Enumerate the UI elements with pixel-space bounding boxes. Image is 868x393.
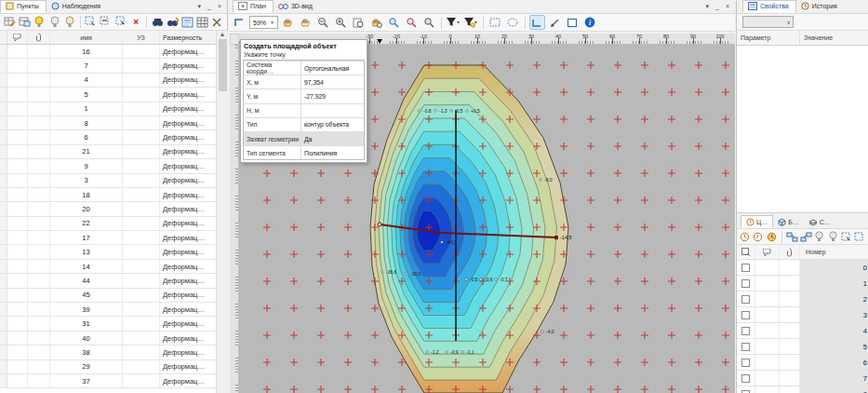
tab-plan[interactable]: План <box>233 0 274 13</box>
dialog-field-row[interactable]: X, м97,354 <box>244 75 364 88</box>
snap-corner-icon[interactable] <box>529 15 545 30</box>
table-row[interactable]: 4Деформац… <box>0 74 216 88</box>
row-checkbox[interactable] <box>741 264 750 272</box>
table-row[interactable]: 13Деформац… <box>0 245 216 259</box>
row-checkbox[interactable] <box>741 390 750 393</box>
marquee-rect-icon[interactable] <box>487 15 503 30</box>
edit-table-icon[interactable] <box>3 15 16 30</box>
panel-close-button[interactable]: × <box>218 3 221 10</box>
dialog-field-row[interactable]: Тип сегментаПолилиния <box>244 145 364 159</box>
table-row[interactable]: 29Деформац… <box>0 360 216 374</box>
row-checkbox[interactable] <box>741 359 750 367</box>
field-value[interactable]: Полилиния <box>301 150 364 156</box>
field-value[interactable]: 97,354 <box>301 79 364 86</box>
filter-set-icon[interactable] <box>463 15 479 30</box>
layer-combobox[interactable]: ∨ <box>742 16 794 28</box>
select-a-icon[interactable] <box>840 229 851 244</box>
table-row[interactable]: 31Деформац… <box>0 317 216 331</box>
select-cursor-icon[interactable] <box>114 15 127 30</box>
tools-icon[interactable] <box>211 15 224 30</box>
zoom-select[interactable]: 59% ▼ <box>249 16 278 29</box>
table-grid-icon[interactable] <box>196 15 209 30</box>
zoom-out-icon[interactable] <box>315 15 331 30</box>
panel-menu-button[interactable]: ▾ <box>705 3 709 10</box>
bulb-on-icon[interactable] <box>814 229 825 244</box>
table-row[interactable]: 7 <box>737 371 868 386</box>
table-row[interactable]: 0 <box>737 260 868 276</box>
table-row[interactable]: 5Деформац… <box>0 88 216 102</box>
delete-x-icon[interactable]: × <box>129 15 142 30</box>
select-b-icon[interactable] <box>854 229 865 244</box>
info-icon[interactable]: i <box>582 15 598 30</box>
number-column-header[interactable]: Номер <box>800 245 868 259</box>
tab-3d-view[interactable]: 3D-вид <box>274 0 319 13</box>
table-row[interactable]: 2 <box>737 291 868 307</box>
frame-rect-icon[interactable] <box>565 15 581 30</box>
table-row[interactable]: 1 <box>737 276 868 291</box>
table-row[interactable]: 38Деформац… <box>0 346 216 359</box>
value-column-header[interactable]: Значение <box>800 31 868 45</box>
uz-column-header[interactable]: УЗ <box>123 31 160 44</box>
table-row[interactable]: 4 <box>737 323 868 339</box>
panel-minimize-button[interactable]: _ <box>207 3 211 10</box>
table-row[interactable]: 3 <box>737 307 868 323</box>
tab-points[interactable]: Пункты <box>0 0 47 13</box>
table-row[interactable]: 40Деформац… <box>0 332 216 346</box>
zoom-user3-icon[interactable] <box>421 15 437 30</box>
table-row[interactable]: 16Деформац… <box>0 45 216 59</box>
select-add-icon[interactable] <box>85 15 98 30</box>
name-column-header[interactable]: имя <box>50 31 123 44</box>
tab-observations[interactable]: Наблюдения <box>47 0 107 13</box>
row-checkbox[interactable] <box>741 374 750 383</box>
table-row[interactable]: 1Деформац… <box>0 102 216 116</box>
row-checkbox[interactable] <box>741 311 750 319</box>
panel-minimize-button[interactable]: _ <box>715 3 719 10</box>
filter-icon[interactable] <box>446 15 461 30</box>
tab-properties[interactable]: Свойства <box>742 0 796 13</box>
properties-form-icon[interactable] <box>181 15 194 30</box>
edit-cells-icon[interactable] <box>18 15 31 30</box>
cycle-1-icon[interactable] <box>740 229 751 244</box>
table-row[interactable]: 37Деформац… <box>0 374 216 388</box>
field-value[interactable]: контур объекта <box>301 121 364 128</box>
select-sub-icon[interactable] <box>100 15 113 30</box>
table-row[interactable]: 17Деформац… <box>0 231 216 245</box>
row-checkbox[interactable] <box>741 327 750 335</box>
scrollbar-thumb[interactable] <box>219 39 227 91</box>
snap-cursor-icon[interactable] <box>547 15 563 30</box>
tab-cycles[interactable]: Ц… <box>741 215 773 228</box>
table-row[interactable]: 5 <box>737 339 868 355</box>
find-go-icon[interactable] <box>166 15 179 30</box>
cycle-2-icon[interactable] <box>753 229 764 244</box>
field-value[interactable]: -27,929 <box>301 93 364 100</box>
find-binoculars-icon[interactable] <box>151 15 164 30</box>
field-value[interactable]: Да <box>301 136 364 142</box>
zoom-user2-icon[interactable] <box>404 15 420 30</box>
tab-layers[interactable]: С… <box>804 215 835 228</box>
bulb-off-icon[interactable] <box>827 229 838 244</box>
bulb-off-icon[interactable] <box>48 15 61 30</box>
table-row[interactable]: 18Деформац… <box>0 188 216 202</box>
dialog-field-row[interactable]: Н, м <box>244 103 364 117</box>
table-row[interactable]: 8 <box>737 386 868 393</box>
pan-hand-alt-icon[interactable] <box>298 15 314 30</box>
dialog-field-row[interactable]: Типконтур объекта <box>244 117 364 131</box>
marquee-lasso-icon[interactable] <box>505 15 521 30</box>
table-row[interactable]: 7Деформац… <box>0 59 216 73</box>
cycle-3-icon[interactable] <box>767 229 778 244</box>
tab-blocks[interactable]: Б… <box>773 215 804 228</box>
table-row[interactable]: 14Деформац… <box>0 260 216 274</box>
table-row[interactable]: 22Деформац… <box>0 217 216 231</box>
table-row[interactable]: 8Деформац… <box>0 116 216 130</box>
dialog-field-row[interactable]: Система коорди…Ортогональная <box>244 61 364 75</box>
dialog-field-row[interactable]: Захват геометрииДа <box>244 131 364 145</box>
row-checkbox[interactable] <box>741 343 750 351</box>
pan-hand-icon[interactable] <box>280 15 296 30</box>
node-up-icon[interactable] <box>786 229 798 244</box>
points-table-scrollbar[interactable]: ▲ <box>216 31 228 393</box>
table-row[interactable]: 39Деформац… <box>0 303 216 317</box>
plan-corner-icon[interactable] <box>232 15 247 30</box>
table-row[interactable]: 3Деформац… <box>0 174 216 188</box>
table-row[interactable]: 9Деформац… <box>0 159 216 173</box>
zoom-in-icon[interactable] <box>333 15 349 30</box>
